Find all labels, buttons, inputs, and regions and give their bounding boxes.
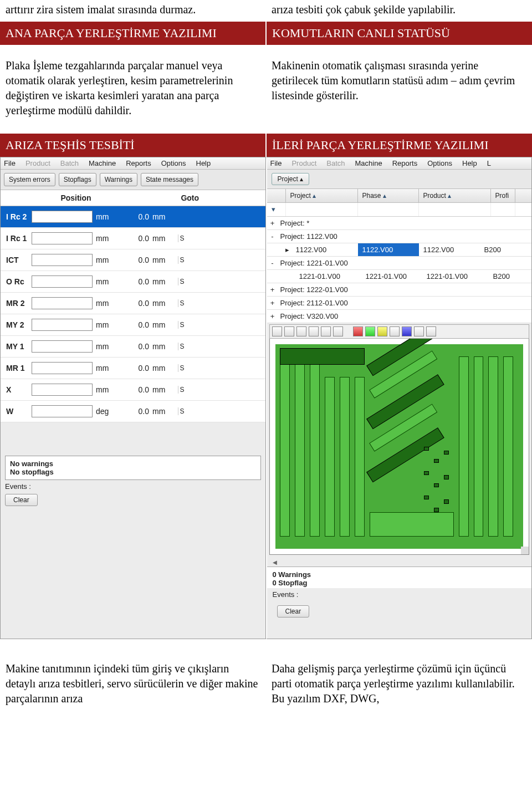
menu-product-r: Product <box>291 159 316 167</box>
menu-file[interactable]: File <box>4 159 16 167</box>
cell-project: 1221-01.V00 <box>295 270 361 283</box>
expand-toggle-icon[interactable]: + <box>267 285 278 294</box>
diagnostics-window: File Product Batch Machine Reports Optio… <box>0 157 266 639</box>
expand-toggle-icon[interactable]: - <box>267 232 278 241</box>
position-input[interactable] <box>32 319 93 331</box>
tab-state-messages[interactable]: State messages <box>141 173 198 186</box>
funnel-icon[interactable]: ▾ <box>267 203 286 216</box>
status-no-warnings: No warnings <box>10 460 256 468</box>
axis-row[interactable]: MY 1mm0.0mmS <box>1 336 265 358</box>
col-product[interactable]: Product ▴ <box>419 189 491 202</box>
axis-row[interactable]: ICTmm0.0mmS <box>1 249 265 271</box>
axis-row[interactable]: Wdeg0.0mmS <box>1 401 265 422</box>
chevron-up-icon: ▴ <box>448 192 451 200</box>
axis-row[interactable]: Xmm0.0mmS <box>1 379 265 401</box>
tool-btn-7[interactable] <box>390 326 400 336</box>
body-left-1: Plaka İşleme tezgahlarında parçalar manu… <box>0 58 266 118</box>
project-group-row[interactable]: +Project: 1222-01.V00 <box>267 283 532 297</box>
tool-btn-5[interactable] <box>321 326 331 336</box>
axis-row[interactable]: I Rc 1mm0.0mmS <box>1 228 265 249</box>
section-title-left-1: ANA PARÇA YERLEŞTİRME YAZILIMI <box>0 22 265 45</box>
menu-options-r[interactable]: Options <box>427 159 452 167</box>
col-phase[interactable]: Phase ▴ <box>358 189 419 202</box>
tool-btn-9[interactable] <box>426 326 436 336</box>
tool-color-red[interactable] <box>353 326 363 336</box>
tool-btn-2[interactable] <box>284 326 294 336</box>
tool-btn-6[interactable] <box>333 326 343 336</box>
axis-row[interactable]: O Rcmm0.0mmS <box>1 271 265 293</box>
menu-reports-r[interactable]: Reports <box>392 159 418 167</box>
goto-value: 0.0 <box>119 385 152 394</box>
menu-batch-r: Batch <box>326 159 345 167</box>
position-input[interactable] <box>32 254 93 266</box>
tool-btn-4[interactable] <box>309 326 319 336</box>
nesting-window: File Product Batch Machine Reports Optio… <box>266 157 533 639</box>
axis-label: X <box>6 385 32 394</box>
expand-toggle-icon[interactable]: + <box>267 312 278 320</box>
menu-help-r[interactable]: Help <box>462 159 477 167</box>
row-pointer-icon: ▸ <box>284 246 291 254</box>
project-group-row[interactable]: +Project: * <box>267 217 532 230</box>
warnings-box: 0 Warnings 0 Stopflag <box>267 567 532 588</box>
cell-phase: 1221-01.V00 <box>361 270 422 283</box>
expand-toggle-icon[interactable]: - <box>267 259 278 267</box>
project-group-row[interactable]: -Project: 1221-01.V00 <box>267 257 532 270</box>
position-input[interactable] <box>32 362 93 374</box>
project-row[interactable]: ▸1122.V001122.V001122.V00B200 <box>267 243 532 257</box>
tab-stopflags[interactable]: Stopflags <box>59 173 96 186</box>
menu-batch: Batch <box>60 159 79 167</box>
tool-btn-3[interactable] <box>296 326 306 336</box>
tool-color-blue[interactable] <box>402 326 412 336</box>
project-group-label: Project: * <box>278 217 532 229</box>
axis-row[interactable]: I Rc 2mm0.0mm <box>1 206 265 228</box>
tool-btn-8[interactable] <box>414 326 424 336</box>
expand-toggle-icon[interactable]: + <box>267 299 278 307</box>
tab-warnings[interactable]: Warnings <box>100 173 137 186</box>
tool-btn-1[interactable] <box>272 326 282 336</box>
position-input[interactable] <box>32 340 93 353</box>
goto-value: 0.0 <box>119 342 152 351</box>
status-no-stopflags: No stopflags <box>10 468 256 476</box>
row-tail: S <box>178 299 186 307</box>
menu-product: Product <box>25 159 50 167</box>
menu-reports[interactable]: Reports <box>126 159 151 167</box>
axis-label: MR 1 <box>6 364 32 372</box>
project-group-row[interactable]: +Project: V320.V00 <box>267 310 532 323</box>
goto-unit: mm <box>152 299 178 308</box>
axis-row[interactable]: MY 2mm0.0mmS <box>1 314 265 336</box>
position-input[interactable] <box>32 384 93 396</box>
project-group-row[interactable]: +Project: 2112-01.V00 <box>267 297 532 310</box>
menu-machine[interactable]: Machine <box>89 159 116 167</box>
tool-color-green[interactable] <box>365 326 375 336</box>
goto-unit: mm <box>152 234 178 243</box>
menu-file-r[interactable]: File <box>270 159 282 167</box>
project-row[interactable]: 1221-01.V001221-01.V001221-01.V00B200 <box>267 270 532 283</box>
axis-label: I Rc 2 <box>6 212 32 221</box>
tool-color-yellow[interactable] <box>377 326 387 336</box>
position-input[interactable] <box>32 297 93 309</box>
tab-system-errors[interactable]: System errors <box>4 173 55 186</box>
menu-l-r[interactable]: L <box>487 159 491 167</box>
nesting-canvas[interactable] <box>269 339 530 555</box>
position-unit: mm <box>96 256 119 264</box>
project-group-row[interactable]: -Project: 1122.V00 <box>267 230 532 243</box>
menu-help[interactable]: Help <box>196 159 211 167</box>
position-input[interactable] <box>32 211 93 223</box>
position-input[interactable] <box>32 405 93 417</box>
col-project[interactable]: Project ▴ <box>286 189 358 202</box>
position-input[interactable] <box>32 275 93 288</box>
row-tail: S <box>178 234 186 242</box>
axis-row[interactable]: MR 2mm0.0mmS <box>1 293 265 314</box>
position-input[interactable] <box>32 232 93 244</box>
col-profile[interactable]: Profi <box>491 189 515 202</box>
clear-button[interactable]: Clear <box>5 494 38 506</box>
axis-row[interactable]: MR 1mm0.0mmS <box>1 358 265 379</box>
scroll-left-icon[interactable]: ◄ <box>267 556 532 567</box>
axis-label: MR 2 <box>6 299 32 308</box>
expand-toggle-icon[interactable]: + <box>267 219 278 227</box>
intro-left: arttırır zira sistem imalat sırasında du… <box>0 0 266 22</box>
sort-chip-project[interactable]: Project ▴ <box>272 173 310 185</box>
menu-machine-r[interactable]: Machine <box>355 159 382 167</box>
menu-options[interactable]: Options <box>161 159 186 167</box>
clear-button-right[interactable]: Clear <box>277 605 310 618</box>
